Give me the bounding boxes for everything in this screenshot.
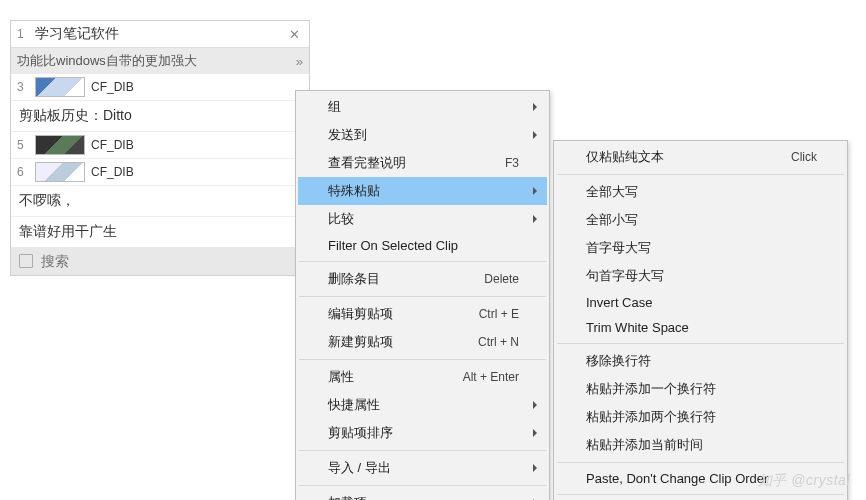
menu-item[interactable]: Trim White Space xyxy=(556,315,845,340)
menu-item-label: 剪贴项排序 xyxy=(328,424,393,442)
menu-item-label: 组 xyxy=(328,98,341,116)
clip-item-label: CF_DIB xyxy=(91,80,134,94)
menu-item-label: 全部小写 xyxy=(586,211,638,229)
thumbnail-icon xyxy=(35,77,85,97)
menu-item-shortcut: F3 xyxy=(505,156,519,170)
menu-item[interactable]: 首字母大写 xyxy=(556,234,845,262)
menu-item[interactable]: 比较 xyxy=(298,205,547,233)
submenu-special-paste[interactable]: 仅粘贴纯文本Click全部大写全部小写首字母大写句首字母大写Invert Cas… xyxy=(553,140,848,500)
menu-item[interactable]: 全部大写 xyxy=(556,178,845,206)
menu-item[interactable]: 导入 / 导出 xyxy=(298,454,547,482)
clip-header: 1 学习笔记软件 ✕ xyxy=(11,21,309,48)
menu-item[interactable]: 特殊粘贴 xyxy=(298,177,547,205)
menu-item[interactable]: 移除换行符 xyxy=(556,347,845,375)
separator xyxy=(557,343,844,344)
clip-header-title: 学习笔记软件 xyxy=(35,25,285,43)
menu-item-shortcut: Click xyxy=(791,150,817,164)
menu-item-label: 仅粘贴纯文本 xyxy=(586,148,664,166)
menu-item[interactable]: 粘贴并添加一个换行符 xyxy=(556,375,845,403)
menu-item-label: Filter On Selected Clip xyxy=(328,238,458,253)
menu-item-label: 比较 xyxy=(328,210,354,228)
menu-item-label: 特殊粘贴 xyxy=(328,182,380,200)
menu-item[interactable]: 查看完整说明F3 xyxy=(298,149,547,177)
clip-footnote: 不啰嗦， xyxy=(11,186,309,217)
menu-item[interactable]: 粘贴并添加两个换行符 xyxy=(556,403,845,431)
separator xyxy=(299,296,546,297)
menu-item-label: 查看完整说明 xyxy=(328,154,406,172)
menu-item-label: 粘贴并添加两个换行符 xyxy=(586,408,716,426)
menu-item[interactable]: 加载项 xyxy=(298,489,547,500)
clip-item[interactable]: 5 CF_DIB xyxy=(11,132,309,159)
clip-item-label: CF_DIB xyxy=(91,138,134,152)
separator xyxy=(299,261,546,262)
separator xyxy=(557,494,844,495)
clip-list: 3 CF_DIB剪贴板历史：Ditto5 CF_DIB6 CF_DIB不啰嗦，靠… xyxy=(11,74,309,247)
thumbnail-icon xyxy=(35,135,85,155)
clip-item-label: CF_DIB xyxy=(91,165,134,179)
search-bar xyxy=(11,247,309,275)
menu-item-label: 新建剪贴项 xyxy=(328,333,393,351)
menu-item[interactable]: 粘贴并添加当前时间 xyxy=(556,431,845,459)
menu-item-label: Trim White Space xyxy=(586,320,689,335)
clip-item-index: 3 xyxy=(17,80,35,94)
menu-item[interactable]: 全部小写 xyxy=(556,206,845,234)
menu-item-shortcut: Ctrl + E xyxy=(479,307,519,321)
clipboard-panel: 1 学习笔记软件 ✕ 功能比windows自带的更加强大 » 3 CF_DIB剪… xyxy=(10,20,310,276)
menu-item[interactable]: 属性Alt + Enter xyxy=(298,363,547,391)
menu-item[interactable]: Filter On Selected Clip xyxy=(298,233,547,258)
menu-item[interactable]: 剪贴项排序 xyxy=(298,419,547,447)
thumbnail-icon xyxy=(35,162,85,182)
search-input[interactable] xyxy=(41,253,301,269)
menu-item-label: 发送到 xyxy=(328,126,367,144)
menu-item[interactable]: 发送到 xyxy=(298,121,547,149)
menu-item-label: 编辑剪贴项 xyxy=(328,305,393,323)
chevron-more-icon[interactable]: » xyxy=(296,54,303,69)
menu-item-label: Invert Case xyxy=(586,295,652,310)
menu-item-label: 粘贴并添加当前时间 xyxy=(586,436,703,454)
clip-subtitle-row: 功能比windows自带的更加强大 » xyxy=(11,48,309,74)
menu-item-label: 粘贴并添加一个换行符 xyxy=(586,380,716,398)
clip-history-label: 剪贴板历史：Ditto xyxy=(11,101,309,132)
clip-item[interactable]: 3 CF_DIB xyxy=(11,74,309,101)
close-icon[interactable]: ✕ xyxy=(285,27,303,42)
context-menu[interactable]: 组发送到查看完整说明F3特殊粘贴比较Filter On Selected Cli… xyxy=(295,90,550,500)
menu-item[interactable]: 组 xyxy=(298,93,547,121)
clip-subtitle: 功能比windows自带的更加强大 xyxy=(17,52,197,70)
clip-header-index: 1 xyxy=(17,27,35,41)
menu-item-label: 属性 xyxy=(328,368,354,386)
separator xyxy=(557,462,844,463)
clip-item-index: 5 xyxy=(17,138,35,152)
separator xyxy=(299,485,546,486)
menu-item[interactable]: Invert Case xyxy=(556,290,845,315)
menu-item[interactable]: 新建剪贴项Ctrl + N xyxy=(298,328,547,356)
menu-item-label: 句首字母大写 xyxy=(586,267,664,285)
menu-item-shortcut: Alt + Enter xyxy=(463,370,519,384)
search-icon xyxy=(19,254,33,268)
menu-item-label: Paste, Don't Change Clip Order xyxy=(586,471,768,486)
menu-item-label: 移除换行符 xyxy=(586,352,651,370)
separator xyxy=(557,174,844,175)
menu-item[interactable]: 快捷属性 xyxy=(298,391,547,419)
menu-item-shortcut: Ctrl + N xyxy=(478,335,519,349)
menu-item-label: 快捷属性 xyxy=(328,396,380,414)
menu-item[interactable]: 仅粘贴纯文本Click xyxy=(556,143,845,171)
menu-item-label: 全部大写 xyxy=(586,183,638,201)
menu-item-label: 删除条目 xyxy=(328,270,380,288)
separator xyxy=(299,359,546,360)
menu-item[interactable]: 删除条目Delete xyxy=(298,265,547,293)
clip-item-index: 6 xyxy=(17,165,35,179)
menu-item-label: 加载项 xyxy=(328,494,367,500)
menu-item-label: 导入 / 导出 xyxy=(328,459,391,477)
menu-item-label: 首字母大写 xyxy=(586,239,651,257)
menu-item-shortcut: Delete xyxy=(484,272,519,286)
menu-item[interactable]: 编辑剪贴项Ctrl + E xyxy=(298,300,547,328)
menu-item[interactable]: 句首字母大写 xyxy=(556,262,845,290)
separator xyxy=(299,450,546,451)
watermark: 知乎 @crystal xyxy=(758,472,850,490)
clip-footnote: 靠谱好用干广生 xyxy=(11,217,309,247)
clip-item[interactable]: 6 CF_DIB xyxy=(11,159,309,186)
